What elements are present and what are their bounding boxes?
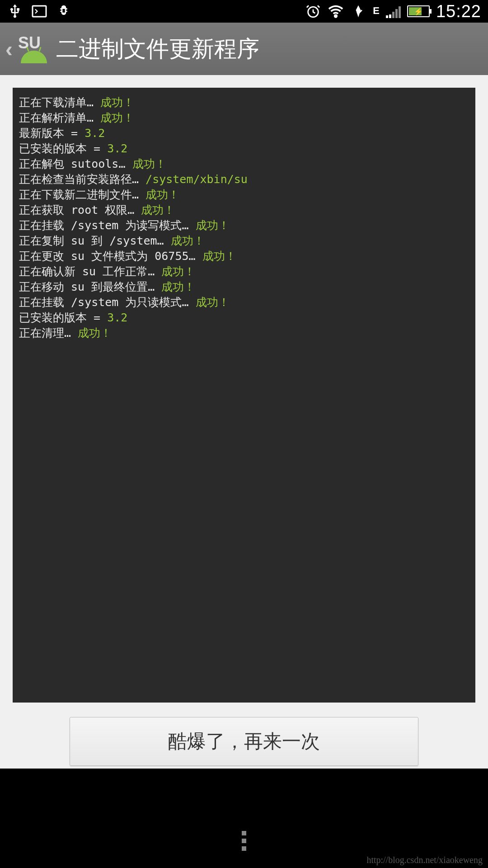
status-bar: E ⚡ 15:22 bbox=[0, 0, 488, 23]
clock: 15:22 bbox=[436, 2, 481, 21]
status-right: E ⚡ 15:22 bbox=[305, 2, 481, 21]
terminal-line: 正在检查当前安装路径… /system/xbin/su bbox=[19, 172, 469, 187]
location-icon bbox=[350, 3, 366, 19]
terminal-line: 正在确认新 su 工作正常… 成功！ bbox=[19, 264, 469, 279]
app-header[interactable]: ‹ SU 二进制文件更新程序 bbox=[0, 23, 488, 75]
menu-icon[interactable] bbox=[242, 831, 246, 851]
wifi-icon bbox=[328, 3, 344, 19]
usb-icon bbox=[7, 3, 23, 19]
debug-icon bbox=[56, 3, 72, 19]
terminal-line: 正在下载新二进制文件… 成功！ bbox=[19, 187, 469, 203]
supersu-logo-icon: SU bbox=[17, 36, 52, 61]
status-left bbox=[7, 3, 72, 19]
svg-rect-0 bbox=[33, 6, 46, 17]
network-type: E bbox=[373, 6, 380, 17]
terminal-line: 已安装的版本 = 3.2 bbox=[19, 310, 469, 326]
terminal-icon bbox=[31, 3, 47, 19]
page-title: 二进制文件更新程序 bbox=[56, 34, 259, 64]
content-area: 正在下载清单… 成功！正在解析清单… 成功！最新版本 = 3.2已安装的版本 =… bbox=[0, 75, 488, 769]
terminal-line: 正在更改 su 文件模式为 06755… 成功！ bbox=[19, 249, 469, 264]
terminal-line: 正在移动 su 到最终位置… 成功！ bbox=[19, 279, 469, 295]
terminal-line: 正在复制 su 到 /system… 成功！ bbox=[19, 233, 469, 249]
terminal-line: 正在挂载 /system 为只读模式… 成功！ bbox=[19, 295, 469, 310]
terminal-line: 已安装的版本 = 3.2 bbox=[19, 141, 469, 156]
svg-point-2 bbox=[335, 15, 337, 17]
terminal-line: 最新版本 = 3.2 bbox=[19, 126, 469, 141]
signal-icon bbox=[386, 5, 401, 18]
battery-icon: ⚡ bbox=[407, 5, 430, 17]
terminal-line: 正在下载清单… 成功！ bbox=[19, 95, 469, 110]
watermark: http://blog.csdn.net/xiaokeweng bbox=[366, 855, 483, 865]
terminal-line: 正在解包 sutools… 成功！ bbox=[19, 156, 469, 172]
back-icon[interactable]: ‹ bbox=[5, 37, 13, 61]
terminal-line: 正在解析清单… 成功！ bbox=[19, 110, 469, 126]
retry-button[interactable]: 酷爆了，再来一次 bbox=[70, 717, 418, 766]
terminal-line: 正在挂载 /system 为读写模式… 成功！ bbox=[19, 218, 469, 233]
terminal-output: 正在下载清单… 成功！正在解析清单… 成功！最新版本 = 3.2已安装的版本 =… bbox=[13, 88, 475, 703]
terminal-line: 正在清理… 成功！ bbox=[19, 326, 469, 341]
terminal-line: 正在获取 root 权限… 成功！ bbox=[19, 203, 469, 218]
alarm-icon bbox=[305, 3, 321, 19]
